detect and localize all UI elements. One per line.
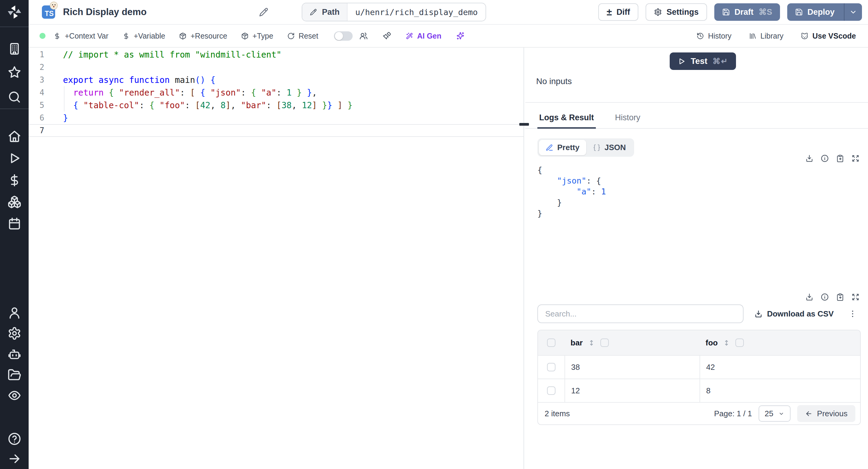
play-icon <box>678 57 686 65</box>
line-number: 6 <box>29 113 44 122</box>
line-number: 5 <box>29 101 44 110</box>
sidebar-item-folders[interactable] <box>7 368 22 382</box>
previous-page-button[interactable]: Previous <box>797 405 855 422</box>
resize-handle[interactable] <box>519 123 529 126</box>
table-cell: 12 <box>564 379 700 402</box>
page-size-select[interactable]: 25 <box>758 405 790 422</box>
deploy-button[interactable]: Deploy <box>787 3 862 21</box>
use-vscode-button[interactable]: Use VScode <box>801 32 856 40</box>
path-label: Path <box>322 7 340 17</box>
sidebar-item-runs[interactable] <box>7 151 22 165</box>
gear-icon <box>654 8 662 16</box>
pen-icon <box>546 144 553 152</box>
items-count: 2 items <box>545 409 570 418</box>
line-number: 2 <box>29 63 44 72</box>
previous-label: Previous <box>817 409 847 418</box>
table-footer: 2 items Page: 1 / 1 25 Previous <box>538 402 860 425</box>
settings-button[interactable]: Settings <box>646 3 707 21</box>
diff-button[interactable]: ± Diff <box>598 3 639 21</box>
toolbar-item-label: Library <box>761 32 783 40</box>
code-line: 5 { "table-col": { "foo": [42, 8], "bar"… <box>29 99 524 112</box>
pagination: Page: 1 / 1 25 Previous <box>714 405 855 422</box>
code-editor[interactable]: 1// import * as wmill from "windmill-cli… <box>29 48 524 469</box>
line-number: 7 <box>29 126 44 135</box>
toolbar-item-label: Use VScode <box>812 32 856 40</box>
add-variable-button[interactable]: +Variable <box>122 32 165 40</box>
content: 1// import * as wmill from "windmill-cli… <box>29 48 868 469</box>
toolbar-right: HistoryLibraryUse VScode <box>696 32 856 40</box>
sidebar-item-schedules[interactable] <box>7 217 22 230</box>
add-context-var-button[interactable]: +Context Var <box>53 32 108 40</box>
deploy-label: Deploy <box>807 7 835 17</box>
sidebar-item-search[interactable] <box>7 90 22 104</box>
deploy-dropdown-button[interactable] <box>844 3 862 21</box>
tab-logs-result[interactable]: Logs & Result <box>537 113 596 129</box>
format-brush-icon[interactable] <box>382 32 391 40</box>
edit-summary-pencil-icon[interactable] <box>258 7 269 17</box>
code-text: return { "render_all": [ { "json": { "a"… <box>63 88 317 98</box>
users-icon[interactable] <box>359 32 368 40</box>
save-icon <box>722 8 730 16</box>
test-button[interactable]: Test ⌘↵ <box>670 53 736 70</box>
tab-history[interactable]: History <box>613 113 642 129</box>
emoji-sticker-icon <box>49 1 59 10</box>
sidebar-item-home[interactable] <box>7 129 22 143</box>
expand-result-icon[interactable] <box>851 154 860 162</box>
sparkles-icon[interactable] <box>456 32 465 40</box>
path-button[interactable]: Path u/henri/rich_display_demo <box>302 3 486 22</box>
copy-result-icon[interactable] <box>836 154 844 162</box>
column-checkbox[interactable] <box>600 339 609 347</box>
settings-label: Settings <box>666 7 699 17</box>
select-all-checkbox[interactable] <box>547 339 555 347</box>
sidebar-item-workspace[interactable] <box>7 42 22 56</box>
download-icon <box>754 310 763 318</box>
table-search-input[interactable] <box>537 305 744 323</box>
sort-icon[interactable] <box>723 339 730 347</box>
sidebar-item-users[interactable] <box>7 306 22 320</box>
sort-icon[interactable] <box>588 339 595 347</box>
library-icon <box>749 32 756 40</box>
windmill-logo[interactable] <box>7 4 22 20</box>
download-result-icon[interactable] <box>805 293 813 301</box>
table-body: 3842128 <box>538 355 860 402</box>
ai-gen-button[interactable]: AI Gen <box>406 32 441 40</box>
history-button[interactable]: History <box>696 32 732 40</box>
plus-minus-icon: ± <box>607 7 612 17</box>
multiplayer-toggle[interactable] <box>334 31 352 41</box>
sidebar-item-audit-logs[interactable] <box>7 388 22 402</box>
toolbar-item-label: +Resource <box>190 32 227 40</box>
expand-result-icon[interactable] <box>851 293 860 301</box>
package-icon <box>241 32 249 40</box>
sidebar-item-help[interactable] <box>7 432 22 446</box>
sidebar-item-settings[interactable] <box>7 326 22 340</box>
row-checkbox[interactable] <box>547 386 555 395</box>
column-checkbox[interactable] <box>735 339 744 347</box>
chevron-down-icon <box>778 410 784 417</box>
result-json: { "json": { "a": 1 }} <box>537 164 861 219</box>
draft-button[interactable]: Draft ⌘S <box>714 3 780 21</box>
add-type-button[interactable]: +Type <box>241 32 273 40</box>
indent-guide <box>64 86 64 112</box>
sidebar-item-favorites[interactable] <box>7 65 22 79</box>
result-json-line: } <box>537 208 861 219</box>
table-action-icons <box>805 293 860 301</box>
sidebar-item-workers[interactable] <box>7 347 22 362</box>
row-checkbox[interactable] <box>547 363 555 371</box>
table-cell: 38 <box>564 356 700 379</box>
info-icon[interactable] <box>821 154 829 162</box>
reset-button[interactable]: Reset <box>287 32 318 40</box>
view-mode-json[interactable]: JSON <box>586 140 632 155</box>
sidebar-item-resources[interactable] <box>7 195 22 209</box>
sidebar-item-expand[interactable] <box>7 452 22 466</box>
info-icon[interactable] <box>821 293 829 301</box>
copy-result-icon[interactable] <box>836 293 844 301</box>
library-button[interactable]: Library <box>749 32 783 40</box>
view-mode-pretty[interactable]: Pretty <box>539 140 586 155</box>
download-csv-label: Download as CSV <box>767 309 834 319</box>
table-menu-icon[interactable] <box>848 309 857 318</box>
column-header-bar: bar <box>564 330 700 355</box>
add-resource-button[interactable]: +Resource <box>179 32 227 40</box>
download-csv-button[interactable]: Download as CSV <box>754 309 834 319</box>
sidebar-item-variables[interactable] <box>7 173 22 187</box>
download-result-icon[interactable] <box>805 154 813 162</box>
